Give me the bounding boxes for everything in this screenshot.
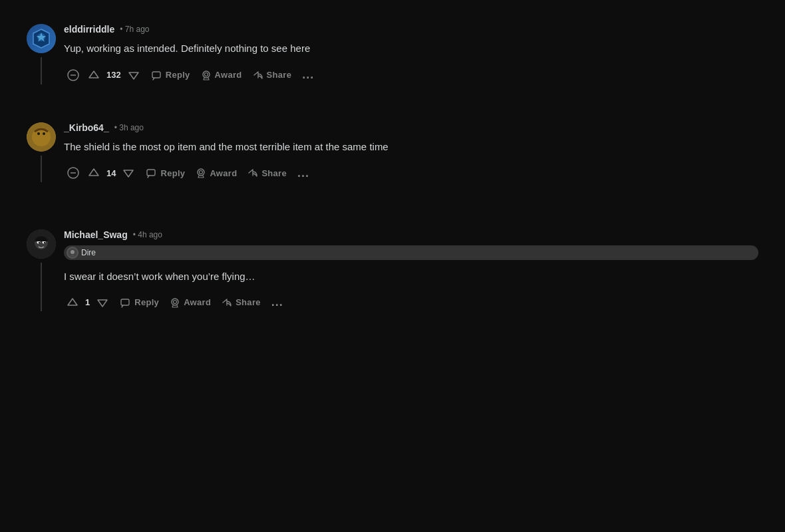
more-options-button[interactable]: ... — [293, 165, 313, 182]
comment-body: elddirriddle • 7h ago Yup, working as in… — [64, 24, 758, 84]
upvote-icon — [88, 167, 100, 179]
comment-actions: 14 Reply — [64, 164, 758, 182]
svg-rect-15 — [147, 170, 155, 176]
svg-rect-26 — [121, 299, 129, 305]
comment-header: elddirriddle • 7h ago — [64, 24, 758, 35]
award-button[interactable]: Award — [192, 165, 241, 181]
svg-point-17 — [200, 171, 203, 174]
collapse-button[interactable] — [64, 66, 82, 84]
reply-icon — [120, 297, 131, 308]
comment-section: elddirriddle • 7h ago Yup, working as in… — [27, 13, 758, 317]
vote-count: 132 — [106, 70, 121, 80]
upvote-button[interactable] — [85, 66, 102, 84]
vote-area: 1 — [64, 294, 111, 311]
comment-left-col — [27, 229, 56, 311]
comment-username[interactable]: elddirriddle — [64, 24, 114, 35]
comment-header: Michael_Swag • 4h ago — [64, 229, 758, 240]
comment-body: _Kirbo64_ • 3h ago The shield is the mos… — [64, 122, 758, 183]
svg-point-25 — [71, 250, 75, 254]
comment-timestamp: • 4h ago — [133, 230, 162, 239]
comment-timestamp: • 7h ago — [120, 25, 149, 34]
comment-item: _Kirbo64_ • 3h ago The shield is the mos… — [27, 112, 758, 188]
award-icon — [196, 168, 206, 178]
avatar-image-kirbo — [27, 122, 56, 152]
share-icon — [253, 70, 263, 80]
comment-text: Yup, working as intended. Definitely not… — [64, 41, 758, 57]
comment-text: I swear it doesn’t work when you’re flyi… — [64, 269, 758, 285]
vote-count: 14 — [106, 168, 116, 178]
share-button[interactable]: Share — [218, 295, 265, 311]
upvote-button[interactable] — [64, 294, 81, 311]
svg-point-6 — [203, 71, 210, 78]
svg-point-12 — [43, 132, 45, 135]
vote-count: 1 — [85, 297, 90, 307]
flair-badge: Dire — [64, 245, 758, 260]
flair-character-icon — [67, 247, 78, 258]
comment-item: elddirriddle • 7h ago Yup, working as in… — [27, 13, 758, 90]
svg-rect-5 — [152, 72, 160, 78]
comment-left-col — [27, 24, 56, 84]
collapse-icon — [67, 166, 80, 180]
collapse-icon — [67, 68, 80, 82]
flair-icon — [67, 247, 78, 259]
avatar-image-michael — [27, 229, 56, 259]
award-icon — [170, 297, 180, 308]
downvote-icon — [122, 167, 134, 179]
reply-icon — [152, 70, 162, 80]
svg-point-23 — [44, 242, 45, 243]
share-button[interactable]: Share — [243, 165, 291, 181]
thread-line — [41, 263, 42, 311]
downvote-button[interactable] — [120, 164, 137, 182]
svg-point-27 — [172, 299, 178, 305]
comment-actions: 1 Reply — [64, 294, 758, 311]
reply-button[interactable]: Reply — [116, 295, 163, 311]
vote-area: 132 — [85, 66, 142, 84]
svg-point-16 — [198, 169, 204, 176]
vote-area: 14 — [85, 164, 137, 182]
share-button[interactable]: Share — [249, 67, 296, 83]
thread-line — [41, 156, 42, 183]
more-options-button[interactable]: ... — [298, 66, 318, 83]
upvote-icon — [88, 69, 100, 81]
separator — [27, 193, 758, 194]
comment-body: Michael_Swag • 4h ago Dire I — [64, 229, 758, 311]
award-button[interactable]: Award — [166, 295, 215, 311]
more-options-button[interactable]: ... — [267, 294, 287, 311]
downvote-button[interactable] — [94, 294, 111, 311]
comment-header: _Kirbo64_ • 3h ago — [64, 122, 758, 133]
comment-text: The shield is the most op item and the m… — [64, 140, 758, 155]
avatar — [27, 24, 56, 53]
comment-username[interactable]: Michael_Swag — [64, 229, 128, 240]
reply-icon — [146, 168, 157, 178]
collapse-button[interactable] — [64, 164, 82, 182]
downvote-icon — [128, 69, 140, 81]
svg-point-7 — [204, 72, 208, 76]
downvote-icon — [96, 297, 108, 309]
comment-username[interactable]: _Kirbo64_ — [64, 122, 109, 133]
avatar-image-elddirriddle — [31, 28, 52, 49]
comment-timestamp: • 3h ago — [114, 123, 144, 132]
separator — [27, 95, 758, 96]
avatar — [27, 122, 56, 152]
award-button[interactable]: Award — [197, 67, 246, 83]
downvote-button[interactable] — [125, 66, 142, 84]
award-icon — [201, 70, 212, 80]
comment-left-col — [27, 122, 56, 183]
thread-line — [41, 57, 42, 84]
flair-label: Dire — [81, 248, 96, 257]
comment-actions: 132 Reply — [64, 66, 758, 84]
reply-button[interactable]: Reply — [142, 165, 189, 181]
share-icon — [222, 297, 232, 308]
svg-point-22 — [39, 242, 40, 243]
share-icon — [247, 168, 258, 178]
svg-point-28 — [174, 300, 177, 303]
upvote-icon — [67, 297, 78, 309]
reply-button[interactable]: Reply — [148, 67, 194, 83]
svg-point-11 — [37, 132, 40, 135]
upvote-button[interactable] — [85, 164, 102, 182]
avatar — [27, 229, 56, 259]
comment-item: Michael_Swag • 4h ago Dire I — [27, 219, 758, 317]
